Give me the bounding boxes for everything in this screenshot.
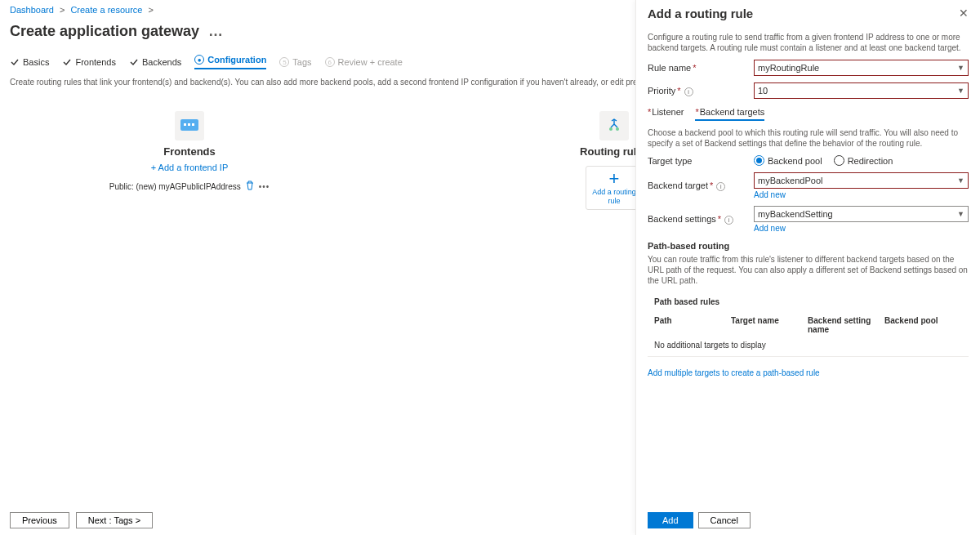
col-target: Target name [731, 316, 808, 334]
backend-settings-select[interactable]: myBackendSetting ▼ [754, 206, 969, 222]
priority-value: 10 [758, 86, 768, 96]
target-type-label: Target type [648, 156, 754, 166]
tab-configuration-label: Configuration [207, 55, 266, 65]
backend-target-add-new-link[interactable]: Add new [754, 190, 969, 199]
rule-name-label: Rule name* [648, 63, 754, 73]
plus-icon: + [609, 170, 620, 188]
svg-point-5 [616, 127, 619, 131]
check-icon [10, 57, 20, 67]
step-current-icon: ● [194, 55, 204, 65]
more-icon[interactable]: ••• [259, 182, 270, 191]
path-rules-header: Path based rules [648, 297, 969, 306]
path-routing-description: You can route traffic from this rule's l… [648, 254, 969, 286]
panel-tab-backend-targets[interactable]: *Backend targets [695, 107, 764, 121]
priority-input[interactable]: 10 ▼ [754, 82, 969, 99]
col-path: Path [654, 316, 731, 334]
frontends-title: Frontends [163, 145, 216, 158]
radio-redirection[interactable]: Redirection [834, 155, 893, 166]
radio-icon [754, 155, 764, 166]
col-pool: Backend pool [884, 316, 962, 334]
tab-backends[interactable]: Backends [129, 55, 181, 69]
frontend-ip-label: Public: (new) myAGPublicIPAddress [109, 182, 241, 191]
frontends-icon [175, 111, 204, 140]
panel-footer: Add Cancel [648, 506, 969, 535]
panel-tab-listener[interactable]: *Listener [648, 107, 684, 121]
panel-title: Add a routing rule [648, 7, 753, 20]
tab-tags[interactable]: 5 Tags [279, 55, 311, 69]
rule-name-value: myRoutingRule [758, 63, 819, 73]
tab-backends-label: Backends [142, 57, 181, 67]
backend-settings-add-new-link[interactable]: Add new [754, 224, 969, 233]
page-title-text: Create application gateway [10, 23, 199, 39]
svg-rect-1 [184, 123, 186, 126]
frontend-ip-row: Public: (new) myAGPublicIPAddress ••• [109, 181, 270, 192]
add-multiple-targets-link[interactable]: Add multiple targets to create a path-ba… [648, 368, 969, 377]
step-number-icon: 5 [279, 57, 289, 67]
path-rules-table: Path based rules Path Target name Backen… [648, 297, 969, 357]
path-routing-title: Path-based routing [648, 241, 969, 251]
breadcrumb-dashboard[interactable]: Dashboard [10, 5, 54, 15]
previous-button[interactable]: Previous [10, 512, 69, 528]
svg-point-4 [609, 127, 612, 131]
frontends-column: Frontends + Add a frontend IP Public: (n… [91, 111, 287, 210]
priority-label: Priority*i [648, 86, 754, 96]
panel-description: Configure a routing rule to send traffic… [648, 32, 969, 53]
cancel-button[interactable]: Cancel [698, 512, 751, 528]
tab-review[interactable]: 6 Review + create [325, 55, 403, 69]
radio-backend-pool-label: Backend pool [768, 156, 822, 166]
routing-icon [599, 111, 629, 140]
check-icon [129, 57, 139, 67]
backend-target-value: myBackendPool [758, 176, 823, 185]
svg-rect-3 [192, 123, 194, 126]
panel-tab-description: Choose a backend pool to which this rout… [648, 127, 969, 149]
add-routing-rule-label: Add a routing rule [586, 188, 642, 206]
backend-target-label: Backend target*i [648, 181, 754, 191]
tab-frontends-label: Frontends [75, 57, 116, 67]
chevron-right-icon: > [60, 5, 65, 15]
routing-rule-panel: Add a routing rule ✕ Configure a routing… [635, 0, 980, 535]
info-icon[interactable]: i [684, 87, 693, 96]
col-setting: Backend setting name [808, 316, 884, 334]
delete-icon[interactable] [246, 181, 254, 192]
more-icon[interactable]: … [208, 23, 223, 39]
info-icon[interactable]: i [716, 182, 725, 191]
add-routing-rule-card[interactable]: + Add a routing rule [586, 166, 643, 210]
check-icon [62, 57, 72, 67]
next-button[interactable]: Next : Tags > [76, 512, 153, 528]
chevron-down-icon: ▼ [957, 210, 964, 218]
info-icon[interactable]: i [724, 216, 733, 225]
tab-tags-label: Tags [292, 57, 311, 67]
backend-settings-value: myBackendSetting [758, 209, 833, 219]
tab-configuration[interactable]: ● Configuration [194, 55, 266, 69]
chevron-right-icon: > [149, 5, 154, 15]
radio-backend-pool[interactable]: Backend pool [754, 155, 822, 166]
backend-settings-label: Backend settings*i [648, 214, 754, 225]
radio-redirection-label: Redirection [848, 156, 893, 166]
radio-icon [834, 155, 844, 166]
tab-review-label: Review + create [338, 57, 403, 67]
chevron-down-icon: ▼ [957, 176, 964, 185]
tab-basics[interactable]: Basics [10, 55, 49, 69]
chevron-down-icon: ▼ [957, 64, 964, 72]
tab-basics-label: Basics [23, 57, 49, 67]
svg-rect-2 [188, 123, 190, 126]
add-button[interactable]: Add [648, 512, 693, 528]
add-frontend-ip-link[interactable]: + Add a frontend IP [151, 163, 229, 172]
breadcrumb-create-resource[interactable]: Create a resource [70, 5, 142, 15]
close-icon[interactable]: ✕ [959, 7, 969, 20]
wizard-footer: Previous Next : Tags > [0, 506, 629, 535]
chevron-down-icon: ▼ [957, 87, 964, 95]
rule-name-input[interactable]: myRoutingRule ▼ [754, 60, 969, 76]
path-rules-empty: No additional targets to display [648, 337, 969, 356]
backend-target-select[interactable]: myBackendPool ▼ [754, 172, 969, 189]
step-number-icon: 6 [325, 57, 335, 67]
tab-frontends[interactable]: Frontends [62, 55, 116, 69]
